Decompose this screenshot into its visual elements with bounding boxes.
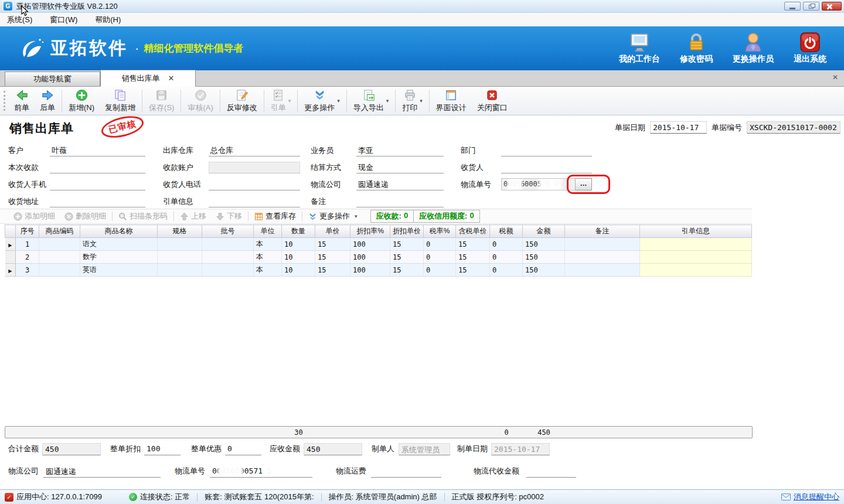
- grid-cell[interactable]: [158, 264, 202, 277]
- grid-cell[interactable]: 100: [350, 238, 390, 251]
- column-header[interactable]: 折扣率%: [350, 225, 390, 238]
- grid-cell[interactable]: [158, 238, 202, 251]
- scan-barcode-button[interactable]: 扫描条形码: [114, 211, 172, 222]
- pull-doc-button[interactable]: 引单 ▾: [266, 87, 297, 115]
- grid-cell[interactable]: 10: [282, 251, 315, 264]
- column-header[interactable]: 折扣单价: [390, 225, 424, 238]
- customer-field[interactable]: 叶薇: [50, 145, 145, 156]
- grid-cell[interactable]: 100: [350, 251, 390, 264]
- tab-sales-outbound[interactable]: 销售出库单 ✕: [100, 70, 196, 87]
- address-field[interactable]: [50, 196, 145, 207]
- dropdown-arrow-icon[interactable]: ▾: [337, 98, 340, 104]
- grid-cell[interactable]: [640, 251, 752, 264]
- tab-close-icon[interactable]: ✕: [168, 74, 175, 82]
- save-button[interactable]: 保存(S): [144, 87, 179, 115]
- grid-cell[interactable]: [202, 251, 254, 264]
- switch-operator-button[interactable]: 更换操作员: [733, 32, 774, 64]
- grid-cell[interactable]: 10: [282, 238, 315, 251]
- doc-discount-field[interactable]: 100: [144, 443, 181, 455]
- delete-detail-button[interactable]: 删除明细: [60, 211, 111, 222]
- dropdown-arrow-icon[interactable]: ▾: [355, 213, 358, 219]
- grid-cell[interactable]: [640, 238, 752, 251]
- column-header[interactable]: 备注: [565, 225, 640, 238]
- table-row[interactable]: 3 英语 本 10 15 100 15 0 15 0 150: [5, 264, 752, 277]
- grid-cell[interactable]: 15: [390, 251, 424, 264]
- grid-cell[interactable]: [565, 264, 640, 277]
- footer-logistics-company-field[interactable]: 圆通速递: [43, 465, 161, 478]
- tracking-no-input[interactable]: 00456000570 4: [501, 178, 576, 190]
- grid-cell[interactable]: 2: [16, 251, 39, 264]
- column-header[interactable]: 商品编码: [39, 225, 80, 238]
- move-down-button[interactable]: 下移: [211, 211, 247, 222]
- more-operations-button[interactable]: 更多操作 ▾: [299, 87, 345, 115]
- menu-window[interactable]: 窗口(W): [50, 15, 77, 25]
- grid-cell[interactable]: 15: [315, 238, 350, 251]
- exit-system-button[interactable]: 退出系统: [794, 32, 826, 64]
- make-date-field[interactable]: 2015-10-17: [491, 443, 550, 455]
- grid-cell[interactable]: 150: [523, 264, 565, 277]
- message-center-link[interactable]: 消息提醒中心: [781, 492, 839, 502]
- grid-cell[interactable]: 0: [490, 238, 523, 251]
- import-export-button[interactable]: 导入导出 ▾: [348, 87, 394, 115]
- dropdown-arrow-icon[interactable]: ▾: [386, 98, 389, 104]
- menu-help[interactable]: 帮助(H): [95, 15, 121, 25]
- view-stock-button[interactable]: 查看库存: [250, 211, 301, 222]
- column-header[interactable]: 金额: [523, 225, 565, 238]
- close-button[interactable]: [822, 2, 842, 11]
- grid-cell[interactable]: [640, 264, 752, 277]
- close-window-button[interactable]: 关闭窗口: [472, 87, 513, 115]
- grid-cell[interactable]: [565, 251, 640, 264]
- column-header[interactable]: 单位: [254, 225, 282, 238]
- grid-cell[interactable]: [158, 251, 202, 264]
- restore-button[interactable]: [803, 2, 819, 11]
- unaudit-edit-button[interactable]: 反审修改: [222, 87, 263, 115]
- grid-cell[interactable]: [39, 251, 80, 264]
- grid-cell[interactable]: 语文: [80, 238, 158, 251]
- consignee-field[interactable]: [501, 162, 592, 173]
- grid-cell[interactable]: [565, 238, 640, 251]
- grid-cell[interactable]: [39, 238, 80, 251]
- add-detail-button[interactable]: 添加明细: [9, 211, 60, 222]
- warehouse-field[interactable]: 总仓库: [209, 145, 300, 156]
- grid-cell[interactable]: 0: [490, 251, 523, 264]
- grid-cell[interactable]: 本: [254, 238, 282, 251]
- column-header[interactable]: 批号: [202, 225, 254, 238]
- doc-preferential-field[interactable]: 0: [225, 443, 261, 455]
- grid-cell[interactable]: 10: [282, 264, 315, 277]
- logistics-company-field[interactable]: 圆通速递: [356, 179, 444, 190]
- grid-cell[interactable]: 1: [16, 238, 39, 251]
- grid-cell[interactable]: 本: [254, 264, 282, 277]
- grid-cell[interactable]: 15: [456, 264, 490, 277]
- grid-cell[interactable]: 150: [523, 238, 565, 251]
- freight-field[interactable]: [371, 465, 441, 478]
- receivable-amount-field[interactable]: 450: [304, 443, 362, 455]
- grid-cell[interactable]: 100: [350, 264, 390, 277]
- ref-info-field[interactable]: [209, 196, 300, 207]
- column-header[interactable]: 商品名称: [80, 225, 158, 238]
- my-workstation-button[interactable]: 我的工作台: [619, 32, 660, 64]
- settle-field[interactable]: 现金: [356, 162, 444, 173]
- column-header[interactable]: 数量: [282, 225, 315, 238]
- table-row[interactable]: 2 数学 本 10 15 100 15 0 15 0 150: [5, 251, 752, 264]
- grid-cell[interactable]: 15: [390, 238, 424, 251]
- print-button[interactable]: 打印 ▾: [397, 87, 428, 115]
- salesman-field[interactable]: 李亚: [356, 145, 444, 156]
- column-header[interactable]: 引单信息: [640, 225, 752, 238]
- grid-cell[interactable]: 15: [456, 238, 490, 251]
- dropdown-arrow-icon[interactable]: ▾: [420, 98, 423, 104]
- copy-add-button[interactable]: 复制新增: [100, 87, 141, 115]
- detail-more-operations-button[interactable]: 更多操作 ▾: [304, 211, 362, 222]
- doc-date-field[interactable]: 2015-10-17: [650, 121, 707, 134]
- next-doc-button[interactable]: 后单: [35, 87, 60, 115]
- department-field[interactable]: [501, 145, 592, 156]
- grid-cell[interactable]: 0: [490, 264, 523, 277]
- move-up-button[interactable]: 上移: [175, 211, 211, 222]
- phone-field[interactable]: [209, 179, 300, 190]
- minimize-button[interactable]: [784, 2, 801, 11]
- remark-field[interactable]: [356, 196, 444, 207]
- grid-cell[interactable]: [39, 264, 80, 277]
- account-field[interactable]: [209, 162, 300, 173]
- change-password-button[interactable]: 修改密码: [680, 32, 713, 64]
- column-header[interactable]: 单价: [315, 225, 350, 238]
- grid-cell[interactable]: [202, 264, 254, 277]
